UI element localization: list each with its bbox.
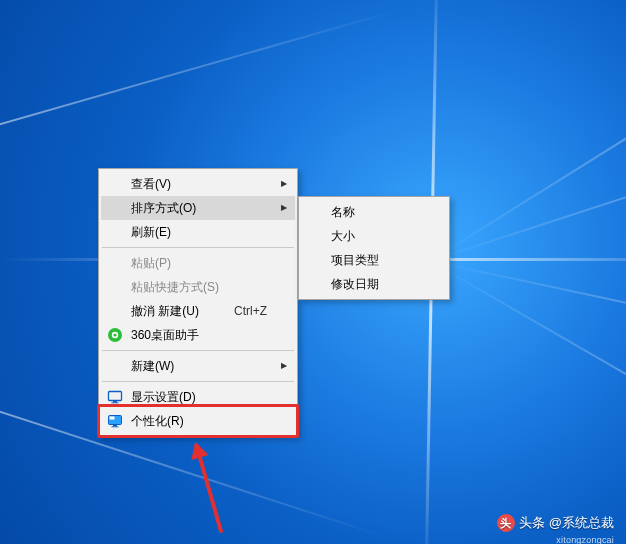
- context-menu-item[interactable]: 刷新(E): [101, 220, 295, 244]
- personalize-icon: [107, 413, 123, 429]
- svg-rect-3: [109, 392, 122, 401]
- menu-item-label: 粘贴(P): [131, 255, 171, 272]
- context-menu-item[interactable]: 显示设置(D): [101, 385, 295, 409]
- context-menu-item[interactable]: 360桌面助手: [101, 323, 295, 347]
- watermark-account: @系统总裁: [549, 514, 614, 532]
- menu-item-label: 个性化(R): [131, 413, 184, 430]
- menu-item-label: 查看(V): [131, 176, 171, 193]
- wallpaper-ray: [430, 260, 626, 449]
- context-menu-item[interactable]: 查看(V): [101, 172, 295, 196]
- svg-rect-8: [113, 425, 117, 426]
- menu-item-label: 排序方式(O): [131, 200, 196, 217]
- menu-separator: [102, 381, 294, 382]
- menu-item-shortcut: Ctrl+Z: [234, 304, 267, 318]
- 360-icon: [107, 327, 123, 343]
- svg-rect-5: [112, 402, 119, 403]
- desktop-context-menu: 查看(V)排序方式(O)刷新(E)粘贴(P)粘贴快捷方式(S)撤消 新建(U)C…: [98, 168, 298, 437]
- watermark-pinyin: xitongzongcai: [556, 535, 614, 544]
- watermark-prefix: 头条: [519, 514, 545, 532]
- svg-rect-4: [113, 401, 117, 402]
- watermark-logo-icon: 头: [497, 514, 515, 532]
- sort-submenu-item[interactable]: 大小: [301, 224, 447, 248]
- sort-by-submenu: 名称大小项目类型修改日期: [298, 196, 450, 300]
- context-menu-item[interactable]: 新建(W): [101, 354, 295, 378]
- svg-rect-7: [110, 417, 115, 420]
- menu-item-label: 撤消 新建(U): [131, 303, 199, 320]
- watermark: 头 头条 @系统总裁: [497, 514, 614, 532]
- svg-point-2: [113, 333, 116, 336]
- context-menu-item[interactable]: 排序方式(O): [101, 196, 295, 220]
- menu-separator: [102, 247, 294, 248]
- menu-item-label: 360桌面助手: [131, 327, 199, 344]
- sort-submenu-item[interactable]: 修改日期: [301, 272, 447, 296]
- wallpaper-ray: [429, 0, 626, 262]
- menu-item-label: 粘贴快捷方式(S): [131, 279, 219, 296]
- menu-item-label: 修改日期: [331, 276, 379, 293]
- context-menu-item[interactable]: 撤消 新建(U)Ctrl+Z: [101, 299, 295, 323]
- menu-item-label: 名称: [331, 204, 355, 221]
- menu-item-label: 大小: [331, 228, 355, 245]
- sort-submenu-item[interactable]: 名称: [301, 200, 447, 224]
- sort-submenu-item[interactable]: 项目类型: [301, 248, 447, 272]
- context-menu-item[interactable]: 个性化(R): [101, 409, 295, 433]
- menu-item-label: 显示设置(D): [131, 389, 196, 406]
- display-settings-icon: [107, 389, 123, 405]
- menu-separator: [102, 350, 294, 351]
- wallpaper-ray: [430, 0, 626, 262]
- wallpaper-ray: [430, 260, 627, 544]
- annotation-arrow: [194, 443, 223, 533]
- menu-item-label: 新建(W): [131, 358, 174, 375]
- menu-item-label: 刷新(E): [131, 224, 171, 241]
- svg-rect-9: [112, 426, 119, 427]
- context-menu-item: 粘贴(P): [101, 251, 295, 275]
- windows-desktop[interactable]: 查看(V)排序方式(O)刷新(E)粘贴(P)粘贴快捷方式(S)撤消 新建(U)C…: [0, 0, 626, 544]
- context-menu-item: 粘贴快捷方式(S): [101, 275, 295, 299]
- menu-item-label: 项目类型: [331, 252, 379, 269]
